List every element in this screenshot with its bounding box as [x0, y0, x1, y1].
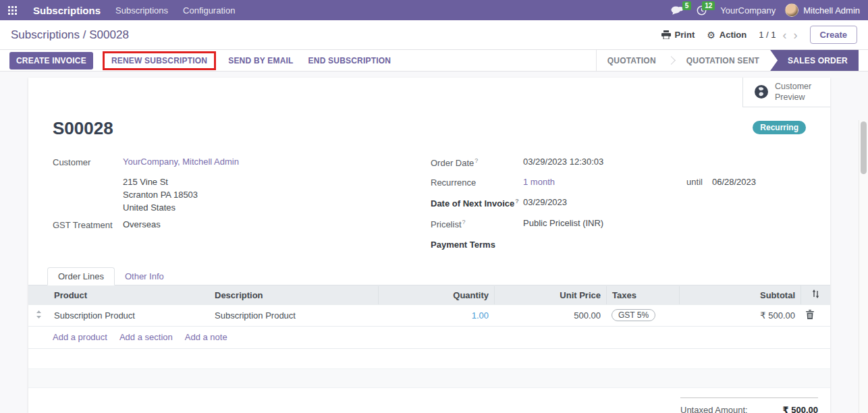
empty-table-row [28, 349, 830, 369]
stage-quotation[interactable]: QUOTATION [597, 50, 667, 71]
vertical-scrollbar[interactable] [859, 120, 868, 413]
pager-count: 1 / 1 [759, 30, 776, 40]
action-menu-button[interactable]: ⚙ Action [707, 30, 747, 40]
delete-row-button[interactable] [801, 306, 830, 325]
messages-button[interactable]: 5 [671, 5, 687, 16]
col-quantity[interactable]: Quantity [378, 286, 494, 304]
activities-count-badge: 12 [702, 1, 715, 10]
recurring-badge: Recurring [753, 121, 806, 134]
recurrence-label: Recurrence [431, 177, 523, 188]
record-pager: 1 / 1 ‹ › [759, 29, 797, 41]
stage-sales-order[interactable]: SALES ORDER [770, 50, 859, 71]
untaxed-amount-label: Untaxed Amount: [680, 405, 748, 413]
cell-subtotal[interactable]: ₹ 500.00 [679, 306, 801, 325]
order-date-value[interactable]: 03/29/2023 12:30:03 [523, 157, 603, 167]
order-lines-table: Product Description Quantity Unit Price … [28, 285, 830, 388]
col-product[interactable]: Product [49, 286, 209, 304]
print-label: Print [675, 30, 695, 40]
apps-menu-button[interactable] [8, 6, 17, 15]
action-label: Action [720, 30, 747, 40]
gst-treatment-label: GST Treatment [53, 219, 123, 230]
trash-icon [806, 310, 814, 319]
customer-preview-button[interactable]: Customer Preview [742, 78, 830, 107]
tax-tag[interactable]: GST 5% [612, 309, 655, 321]
top-navbar: Subscriptions Subscriptions Configuratio… [0, 0, 868, 20]
stage-quotation-sent[interactable]: QUOTATION SENT [676, 50, 770, 71]
breadcrumb-current: S00028 [89, 28, 129, 41]
customer-field-label: Customer [53, 157, 123, 167]
control-panel: Subscriptions / S00028 Print ⚙ Action 1 … [0, 20, 868, 50]
recurrence-until-value[interactable]: 06/28/2023 [712, 177, 756, 187]
help-icon: ? [515, 198, 519, 204]
add-line-row: Add a product Add a section Add a note [28, 327, 830, 349]
create-button[interactable]: Create [810, 26, 857, 44]
add-a-product-link[interactable]: Add a product [53, 332, 107, 342]
cell-unit-price[interactable]: 500.00 [494, 306, 606, 325]
pricelist-value[interactable]: Public Pricelist (INR) [523, 218, 603, 228]
activities-button[interactable]: 12 [697, 5, 711, 16]
optional-columns-button[interactable] [801, 285, 830, 304]
row-drag-handle[interactable] [28, 306, 49, 325]
gear-icon: ⚙ [707, 30, 715, 40]
gst-treatment-value[interactable]: Overseas [123, 219, 161, 229]
customer-field-value[interactable]: YourCompany, Mitchell Admin [123, 157, 239, 167]
record-title: S00028 [53, 118, 113, 139]
stage-statusbar: QUOTATION QUOTATION SENT SALES ORDER [596, 50, 859, 71]
order-date-label: Order Date? [431, 157, 523, 168]
scrollbar-thumb[interactable] [861, 121, 867, 174]
address-line: Scranton PA 18503 [123, 188, 431, 201]
help-icon: ? [474, 157, 478, 164]
untaxed-amount-value: ₹ 500.00 [783, 405, 818, 413]
pager-next-icon[interactable]: › [794, 29, 798, 41]
cell-product[interactable]: Subscription Product [49, 306, 209, 325]
col-unit-price[interactable]: Unit Price [494, 286, 606, 304]
next-invoice-value[interactable]: 03/29/2023 [523, 197, 567, 207]
breadcrumb: Subscriptions / S00028 [11, 28, 129, 42]
col-subtotal[interactable]: Subtotal [679, 286, 801, 304]
breadcrumb-separator: / [83, 28, 86, 41]
menu-subscriptions[interactable]: Subscriptions [115, 5, 168, 16]
add-a-note-link[interactable]: Add a note [185, 332, 227, 342]
app-name[interactable]: Subscriptions [33, 5, 101, 16]
pricelist-label: Pricelist? [431, 218, 523, 229]
send-by-email-button[interactable]: SEND BY EMAIL [225, 52, 296, 70]
recurrence-until-label: until [686, 177, 703, 187]
table-header-row: Product Description Quantity Unit Price … [28, 285, 830, 305]
cell-description[interactable]: Subscription Product [209, 306, 378, 325]
message-bubble-icon [671, 5, 683, 16]
messages-count-badge: 5 [682, 1, 692, 10]
drag-handle-icon [36, 310, 42, 319]
end-subscription-button[interactable]: END SUBSCRIPTION [306, 52, 394, 70]
customer-address: 215 Vine St Scranton PA 18503 United Sta… [123, 175, 431, 214]
tab-order-lines[interactable]: Order Lines [47, 267, 115, 285]
annotation-highlight-box: RENEW SUBSCRIPTION [103, 51, 216, 70]
company-switcher[interactable]: YourCompany [720, 5, 776, 16]
cell-taxes: GST 5% [606, 305, 679, 325]
totals-block: Untaxed Amount: ₹ 500.00 SGST: ₹ 12.50 [680, 397, 818, 413]
form-sheet: Customer Preview S00028 Recurring Custom… [28, 78, 830, 413]
recurrence-value[interactable]: 1 month [523, 177, 555, 187]
pager-previous-icon[interactable]: ‹ [783, 29, 787, 41]
renew-subscription-button[interactable]: RENEW SUBSCRIPTION [109, 52, 210, 70]
next-invoice-label: Date of Next Invoice? [431, 197, 523, 209]
customer-preview-label: Customer Preview [775, 81, 819, 103]
user-menu[interactable]: Mitchell Admin [785, 3, 860, 17]
breadcrumb-parent[interactable]: Subscriptions [11, 28, 80, 41]
print-button[interactable]: Print [661, 30, 695, 40]
globe-icon [754, 84, 769, 99]
handle-column-header [28, 291, 49, 299]
create-invoice-button[interactable]: CREATE INVOICE [9, 52, 93, 70]
form-view: Customer Preview S00028 Recurring Custom… [0, 72, 868, 413]
notebook-tabs: Order Lines Other Info [28, 262, 830, 285]
menu-configuration[interactable]: Configuration [183, 5, 235, 16]
col-taxes[interactable]: Taxes [606, 286, 679, 304]
tab-other-info[interactable]: Other Info [115, 268, 174, 285]
add-a-section-link[interactable]: Add a section [119, 332, 173, 342]
user-name: Mitchell Admin [803, 5, 860, 16]
apps-grid-icon [8, 6, 17, 15]
cell-quantity[interactable]: 1.00 [378, 306, 494, 325]
col-description[interactable]: Description [209, 286, 378, 304]
user-avatar [785, 3, 798, 17]
address-line: 215 Vine St [123, 175, 431, 188]
payment-terms-label: Payment Terms [431, 239, 523, 250]
